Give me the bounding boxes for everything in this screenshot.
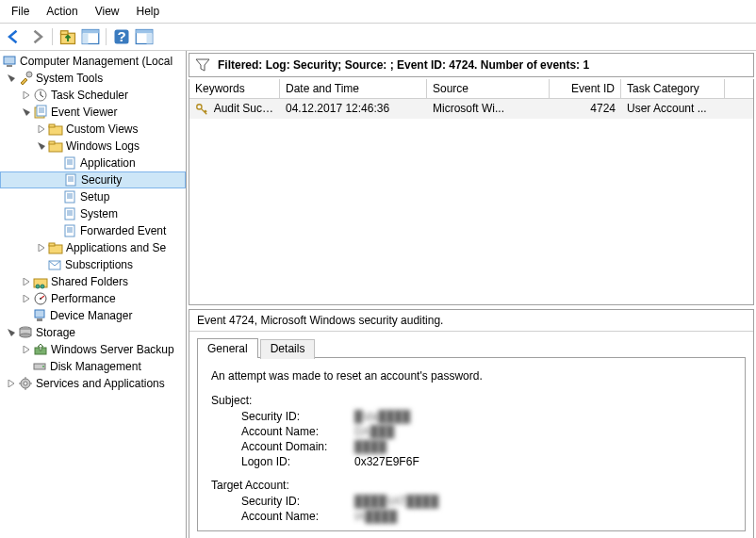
- event-row[interactable]: Audit Succ... 04.12.2017 12:46:36 Micros…: [189, 99, 753, 119]
- col-keywords[interactable]: Keywords: [189, 79, 280, 98]
- tools-icon: [18, 71, 33, 86]
- log-icon: [62, 223, 77, 238]
- label-sid: Security ID:: [241, 494, 354, 509]
- subscriptions-icon: [47, 257, 62, 272]
- toolbar: ?: [0, 24, 756, 51]
- subject-name: DA███: [354, 424, 394, 439]
- svg-rect-23: [65, 208, 74, 220]
- tree-root-label: Computer Management (Local: [20, 55, 173, 68]
- tree-label: Application: [80, 156, 136, 170]
- menubar: File Action View Help: [0, 0, 756, 24]
- event-detail: Event 4724, Microsoft Windows security a…: [189, 309, 754, 538]
- menu-help[interactable]: Help: [129, 2, 168, 21]
- tree-label: Windows Server Backup: [51, 343, 174, 356]
- svg-rect-4: [82, 33, 88, 43]
- svg-point-42: [24, 382, 27, 385]
- services-icon: [18, 376, 33, 391]
- tree-shared-folders[interactable]: Shared Folders: [0, 273, 186, 290]
- expand-icon[interactable]: [21, 106, 32, 118]
- menu-file[interactable]: File: [4, 2, 37, 21]
- tree-label: Event Viewer: [51, 106, 117, 119]
- folder-icon: [48, 240, 63, 255]
- tree-label: System: [80, 207, 118, 220]
- svg-rect-8: [136, 30, 153, 34]
- tree-storage[interactable]: Storage: [0, 324, 186, 341]
- collapse-icon[interactable]: [36, 242, 47, 253]
- grid-empty-area[interactable]: [189, 119, 754, 305]
- tree-label: Subscriptions: [65, 258, 133, 271]
- tree-label: Setup: [80, 190, 109, 204]
- back-button[interactable]: [4, 26, 25, 47]
- col-taskcat[interactable]: Task Category: [621, 79, 725, 98]
- svg-rect-33: [35, 310, 44, 318]
- svg-point-37: [20, 334, 31, 337]
- tree-log-setup[interactable]: Setup: [0, 188, 186, 205]
- key-icon: [195, 103, 208, 116]
- tree-event-viewer[interactable]: Event Viewer: [0, 104, 186, 121]
- expand-icon[interactable]: [6, 327, 17, 338]
- tree-wsb[interactable]: Windows Server Backup: [0, 341, 186, 358]
- svg-rect-21: [66, 174, 75, 186]
- collapse-icon[interactable]: [21, 344, 32, 355]
- tree-disk-mgmt[interactable]: Disk Management: [0, 358, 186, 375]
- panes-button[interactable]: [134, 26, 155, 47]
- tree-performance[interactable]: Performance: [0, 290, 186, 307]
- svg-rect-26: [49, 243, 55, 246]
- tree-apps-services[interactable]: Applications and Se: [0, 239, 186, 256]
- svg-point-30: [41, 285, 44, 288]
- collapse-icon[interactable]: [21, 276, 32, 287]
- tree-label: Applications and Se: [66, 241, 166, 254]
- menu-action[interactable]: Action: [39, 2, 85, 21]
- up-button[interactable]: [58, 26, 78, 47]
- toolbar-separator: [52, 28, 53, 45]
- tree-root[interactable]: Computer Management (Local: [0, 53, 186, 70]
- tab-details[interactable]: Details: [260, 339, 316, 359]
- toolbar-separator-2: [106, 28, 107, 45]
- help-button[interactable]: ?: [111, 26, 132, 47]
- expand-icon[interactable]: [36, 140, 47, 152]
- label-acct-name: Account Name:: [241, 424, 354, 439]
- tree-log-security[interactable]: Security: [0, 171, 186, 188]
- log-icon: [62, 189, 77, 204]
- menu-view[interactable]: View: [88, 2, 127, 21]
- col-source[interactable]: Source: [427, 79, 550, 98]
- col-eventid[interactable]: Event ID: [550, 79, 621, 98]
- label-acct-domain: Account Domain:: [241, 439, 354, 454]
- collapse-icon[interactable]: [21, 90, 32, 101]
- tree-subscriptions[interactable]: Subscriptions: [0, 256, 186, 273]
- tree-log-forwarded[interactable]: Forwarded Event: [0, 222, 186, 239]
- subject-domain: ████: [354, 439, 386, 454]
- show-hide-tree-button[interactable]: [80, 26, 101, 47]
- collapse-icon[interactable]: [21, 293, 32, 304]
- content-pane: Filtered: Log: Security; Source: ; Event…: [187, 51, 756, 538]
- tree-log-application[interactable]: Application: [0, 155, 186, 171]
- events-grid[interactable]: Keywords Date and Time Source Event ID T…: [189, 79, 754, 119]
- filter-text: Filtered: Log: Security; Source: ; Event…: [218, 58, 589, 72]
- tree-services-apps[interactable]: Services and Applications: [0, 375, 186, 392]
- nav-tree[interactable]: Computer Management (Local System Tools …: [0, 51, 187, 538]
- tree-system-tools[interactable]: System Tools: [0, 70, 186, 87]
- expand-icon[interactable]: [6, 73, 17, 84]
- forward-button[interactable]: [26, 26, 47, 47]
- svg-rect-19: [49, 141, 55, 144]
- tree-custom-views[interactable]: Custom Views: [0, 121, 186, 138]
- tab-general[interactable]: General: [197, 338, 258, 358]
- event-viewer-icon: [33, 105, 48, 120]
- tree-log-system[interactable]: System: [0, 205, 186, 222]
- svg-rect-3: [82, 30, 99, 34]
- main-area: Computer Management (Local System Tools …: [0, 51, 756, 538]
- collapse-icon[interactable]: [36, 123, 47, 135]
- svg-rect-9: [147, 33, 153, 43]
- tree-windows-logs[interactable]: Windows Logs: [0, 138, 186, 155]
- col-spacer: [725, 79, 753, 98]
- tree-task-scheduler[interactable]: Task Scheduler: [0, 87, 186, 104]
- svg-point-40: [42, 366, 44, 367]
- shared-folder-icon: [33, 274, 48, 289]
- col-datetime[interactable]: Date and Time: [280, 79, 427, 98]
- filter-icon: [195, 57, 210, 73]
- collapse-icon[interactable]: [6, 378, 17, 389]
- tree-device-manager[interactable]: Device Manager: [0, 307, 186, 324]
- log-icon: [62, 206, 77, 221]
- svg-text:?: ?: [117, 28, 125, 44]
- svg-rect-24: [65, 225, 74, 236]
